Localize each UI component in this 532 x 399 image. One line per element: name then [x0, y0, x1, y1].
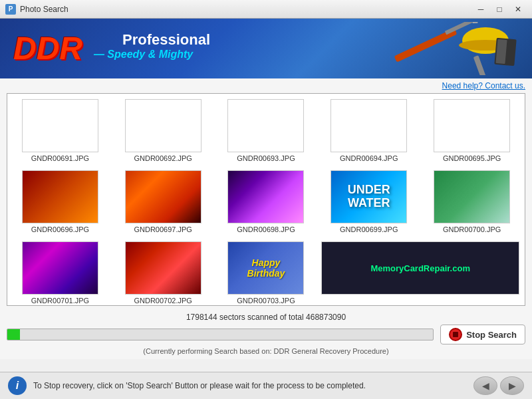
file-name: GNDR00702.JPG	[134, 297, 192, 305]
birthday-label: HappyBirthday	[247, 257, 285, 279]
list-item[interactable]: GNDR00692.JPG	[113, 96, 213, 165]
list-item[interactable]: UNDERWATER GNDR00699.JPG	[319, 168, 419, 236]
help-link[interactable]: Need help? Contact us.	[7, 81, 525, 90]
info-icon: i	[8, 376, 27, 395]
header-subtitle: Professional — Speedy & Mighty	[82, 37, 210, 61]
stop-button-label: Stop Search	[466, 330, 517, 340]
file-thumbnail	[331, 99, 407, 152]
file-thumbnail: HappyBirthday	[227, 241, 304, 295]
file-name: GNDR00696.JPG	[31, 225, 89, 233]
close-button[interactable]: ✕	[509, 3, 527, 16]
file-thumbnail	[125, 170, 201, 223]
list-item[interactable]: GNDR00691.JPG	[10, 96, 110, 165]
file-thumbnail	[125, 99, 201, 152]
list-item[interactable]: GNDR00696.JPG	[10, 168, 110, 236]
file-name: GNDR00694.JPG	[340, 154, 398, 162]
title-bar: P Photo Search ─ □ ✕	[0, 0, 532, 19]
list-item[interactable]: HappyBirthday GNDR00703.JPG	[216, 239, 317, 306]
file-name: GNDR00699.JPG	[340, 225, 398, 233]
file-grid-container[interactable]: GNDR00691.JPG GNDR00692.JPG GNDR00693.JP…	[7, 93, 525, 306]
bottom-message: To Stop recovery, click on 'Stop Search'…	[33, 381, 467, 390]
file-thumbnail	[22, 241, 98, 295]
bottom-bar: i To Stop recovery, click on 'Stop Searc…	[0, 372, 532, 399]
file-thumbnail	[227, 170, 304, 223]
svg-rect-6	[473, 55, 490, 75]
navigation-buttons: ◀ ▶	[473, 376, 524, 395]
file-name: GNDR00700.JPG	[443, 225, 501, 233]
progress-area: 1798144 sectors scanned of total 4688730…	[0, 309, 532, 359]
file-name: GNDR00695.JPG	[443, 154, 501, 162]
file-thumbnail	[125, 241, 201, 295]
file-name: GNDR00697.JPG	[134, 225, 192, 233]
file-thumbnail: MemoryCardRepair.com	[321, 241, 519, 295]
file-name: GNDR00698.JPG	[237, 225, 295, 233]
list-item[interactable]: MemoryCardRepair.com	[319, 239, 522, 306]
progress-bar-fill	[7, 329, 20, 340]
file-thumbnail	[22, 99, 98, 152]
file-name: GNDR00693.JPG	[237, 154, 295, 162]
slogan-text: — Speedy & Mighty	[88, 49, 210, 61]
list-item[interactable]: GNDR00700.JPG	[422, 168, 522, 236]
stop-search-button[interactable]: Stop Search	[440, 325, 525, 344]
file-thumbnail	[434, 170, 510, 223]
file-thumbnail	[434, 99, 510, 152]
list-item[interactable]: GNDR00695.JPG	[422, 96, 522, 165]
tools-decoration	[386, 22, 519, 75]
file-name: GNDR00691.JPG	[31, 154, 89, 162]
header-banner: DDR Professional — Speedy & Mighty	[0, 19, 532, 78]
search-procedure-text: (Currently performing Search based on: D…	[7, 347, 525, 355]
list-item[interactable]: GNDR00701.JPG	[10, 239, 110, 306]
app-icon: P	[5, 4, 16, 15]
progress-info-text: 1798144 sectors scanned of total 4688730…	[7, 313, 525, 322]
file-name: GNDR00701.JPG	[31, 297, 89, 305]
stop-icon-inner	[453, 332, 458, 337]
content-area: Need help? Contact us. GNDR00691.JPG GND…	[0, 78, 532, 309]
header-tools	[386, 22, 519, 75]
forward-button[interactable]: ▶	[500, 376, 524, 395]
professional-text: Professional	[122, 31, 210, 49]
file-thumbnail: UNDERWATER	[331, 170, 407, 223]
app-logo: DDR	[13, 33, 82, 65]
progress-row: Stop Search	[7, 325, 525, 344]
water-label: UNDERWATER	[348, 184, 390, 210]
list-item[interactable]: GNDR00694.JPG	[319, 96, 419, 165]
brand-label: MemoryCardRepair.com	[370, 263, 470, 273]
file-name: GNDR00692.JPG	[134, 154, 192, 162]
file-grid: GNDR00691.JPG GNDR00692.JPG GNDR00693.JP…	[10, 96, 522, 306]
list-item[interactable]: GNDR00698.JPG	[216, 168, 317, 236]
ddr-text: DDR	[13, 33, 82, 65]
back-button[interactable]: ◀	[473, 376, 497, 395]
list-item[interactable]: GNDR00693.JPG	[216, 96, 317, 165]
title-bar-text: Photo Search	[20, 5, 472, 14]
file-thumbnail	[227, 99, 304, 152]
window-controls: ─ □ ✕	[472, 3, 527, 16]
file-thumbnail	[22, 170, 98, 223]
list-item[interactable]: GNDR00702.JPG	[113, 239, 213, 306]
stop-icon	[449, 328, 462, 341]
list-item[interactable]: GNDR00697.JPG	[113, 168, 213, 236]
maximize-button[interactable]: □	[491, 3, 508, 16]
minimize-button[interactable]: ─	[472, 3, 489, 16]
file-name: GNDR00703.JPG	[237, 297, 295, 305]
progress-bar-background	[7, 329, 434, 340]
